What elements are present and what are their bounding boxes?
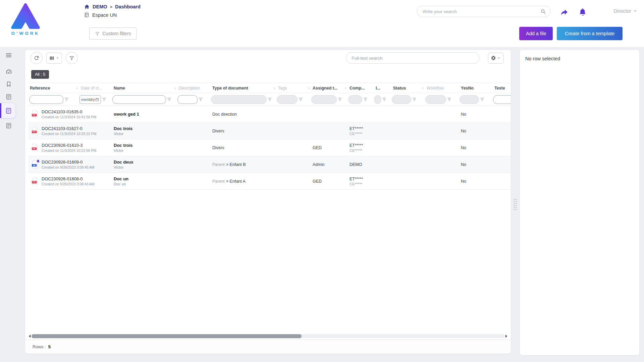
filter-company-button[interactable] (363, 97, 368, 102)
filter-name-button[interactable] (167, 97, 171, 102)
filter-company-select[interactable] (348, 95, 362, 104)
add-file-button[interactable]: Add a file (519, 27, 553, 40)
column-chooser-button[interactable] (46, 53, 62, 64)
filter-workflow-select[interactable] (425, 95, 446, 104)
breadcrumb-root[interactable]: DEMO (93, 4, 107, 9)
calendar-icon (95, 98, 99, 102)
filter-yesno-select[interactable] (460, 95, 479, 104)
scroll-right-arrow-icon[interactable] (505, 335, 509, 338)
funnel-icon (382, 97, 386, 102)
user-role-label: Director (613, 8, 631, 14)
book-icon (84, 12, 90, 18)
filter-assigned-select[interactable] (311, 95, 337, 104)
document-type: > Enfant A (226, 179, 246, 184)
document-created: Created on 9/26/2023 3:09:45 AM (42, 165, 95, 169)
sidebar-item-dashboard[interactable] (4, 67, 13, 76)
filter-date-button[interactable] (102, 97, 106, 102)
filter-yesno-button[interactable] (480, 97, 484, 102)
filter-type-button[interactable] (268, 97, 272, 102)
panel-resize-handle[interactable] (513, 198, 517, 210)
table-header-row: Reference Date of cr... Name Description… (29, 83, 511, 93)
sidebar-item-archive[interactable] (4, 121, 13, 130)
column-header-type[interactable]: Type of document (210, 83, 276, 93)
filter-date-input[interactable]: mm/dd/yyyy (79, 95, 101, 104)
filter-description-input[interactable] (177, 95, 198, 104)
column-header-name[interactable]: Name (112, 83, 177, 93)
notifications-button[interactable] (578, 7, 588, 17)
column-header-date[interactable]: Date of cr... (79, 83, 112, 93)
scrollbar-thumb[interactable] (32, 334, 302, 338)
filter-name-input[interactable] (112, 95, 166, 104)
funnel-icon (64, 97, 69, 102)
scrollbar-track[interactable] (31, 334, 505, 338)
filter-assigned-button[interactable] (338, 97, 342, 102)
sidebar-item-bookmarks[interactable] (4, 80, 13, 88)
document-type-parent: Parent (212, 162, 225, 167)
user-menu[interactable]: Director (613, 8, 638, 14)
filter-i-button[interactable] (382, 97, 386, 102)
share-button[interactable] (559, 7, 570, 17)
column-header-texte[interactable]: Texte (492, 83, 511, 93)
table-row[interactable]: DOC230926-01608-0 Created on 9/26/2023 3… (29, 173, 511, 190)
filter-tags-button[interactable] (299, 97, 303, 102)
column-header-workflow[interactable]: Workflow (425, 83, 459, 93)
filter-workflow-button[interactable] (447, 97, 451, 102)
document-name-sub: Victor (114, 132, 177, 136)
filter-status-select[interactable] (392, 95, 411, 104)
document-type: Doc direction (212, 112, 237, 117)
tab-all[interactable]: All : 5 (31, 70, 49, 79)
column-header-company[interactable]: Comp... (347, 83, 374, 93)
scroll-left-arrow-icon[interactable] (27, 335, 31, 338)
breadcrumb-current[interactable]: Dashboard (115, 4, 141, 9)
column-header-tags[interactable]: Tags (276, 83, 311, 93)
app-logo: O’WORK (7, 3, 44, 36)
funnel-icon (412, 97, 417, 102)
table-row[interactable]: DOC241103-01627-0 Created on 11/3/2024 1… (29, 123, 511, 139)
column-header-reference[interactable]: Reference (29, 83, 79, 93)
filter-texte-input[interactable] (493, 95, 511, 104)
column-header-i[interactable]: I... (374, 83, 391, 93)
filter-tags-select[interactable] (277, 95, 298, 104)
grid-filter-button[interactable] (66, 52, 78, 64)
table-filter-row: mm/dd/yyyy (29, 93, 511, 106)
sidebar-item-documents-active[interactable] (0, 103, 15, 118)
bookmark-icon (5, 81, 12, 87)
filter-description-button[interactable] (199, 97, 203, 102)
document-reference: DOC230926-01609-0 (42, 160, 95, 165)
archive-journal-icon (5, 122, 12, 129)
filter-i-select[interactable] (374, 95, 381, 104)
document-created: Created on 11/3/2024 10:22:56 PM (42, 148, 96, 153)
document-type: > Enfant B (226, 162, 246, 167)
global-search-input[interactable] (423, 9, 540, 14)
table-row[interactable]: DOC241103-01635-0 Created on 11/3/2024 1… (29, 106, 511, 123)
document-assigned: GED (311, 173, 347, 190)
filter-type-select[interactable] (211, 95, 267, 104)
document-type: Divers (212, 129, 224, 133)
table-row[interactable]: DOC230926-01610-3 Created on 11/3/2024 1… (29, 139, 511, 156)
documents-icon (5, 107, 12, 114)
fulltext-search-input[interactable] (346, 52, 479, 64)
document-assigned: Admin (311, 156, 347, 173)
funnel-icon (338, 97, 342, 102)
document-assigned (311, 106, 347, 123)
document-company: DEMO (350, 162, 374, 167)
filter-reference-button[interactable] (64, 97, 69, 102)
sidebar (0, 47, 19, 362)
create-from-template-button[interactable]: Create from a template (557, 27, 623, 40)
column-header-assigned[interactable]: Assigned t... (311, 83, 347, 93)
document-created: Created on 9/26/2023 3:08:43 AM (42, 182, 95, 186)
column-header-yesno[interactable]: YesNo (459, 83, 492, 93)
refresh-button[interactable] (31, 52, 43, 64)
custom-filters-button[interactable]: Custom filters (89, 27, 137, 40)
table-row[interactable]: DOC230926-01609-0 Created on 9/26/2023 3… (29, 156, 511, 173)
sidebar-item-journal[interactable] (4, 93, 13, 101)
column-header-status[interactable]: Status (391, 83, 425, 93)
sidebar-toggle-button[interactable] (4, 51, 13, 60)
grid-settings-button[interactable] (488, 53, 503, 64)
horizontal-scrollbar[interactable] (27, 334, 509, 338)
search-icon[interactable] (540, 9, 546, 14)
filter-status-button[interactable] (412, 97, 417, 102)
filter-reference-input[interactable] (29, 95, 63, 104)
column-header-description[interactable]: Description (177, 83, 210, 93)
workspace-name: Espace UN (92, 12, 117, 18)
